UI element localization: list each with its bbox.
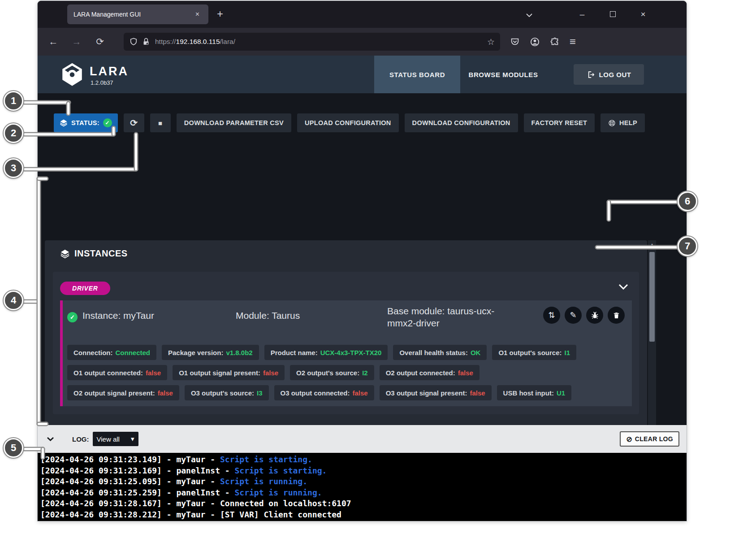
bookmark-star-icon[interactable]: ☆ bbox=[487, 37, 495, 47]
driver-actions: ⇅ ✎ bbox=[543, 307, 625, 324]
callout-line-4 bbox=[22, 300, 39, 303]
instance-name-label: Instance: myTaur bbox=[82, 310, 154, 321]
callout-line-7 bbox=[596, 246, 679, 248]
callout-6: 6 bbox=[678, 191, 697, 211]
url-bar[interactable]: https://192.168.0.115/lara/ ☆ bbox=[124, 33, 500, 51]
stop-button[interactable]: ■ bbox=[150, 113, 171, 132]
toolbar-right-icons: ≡ bbox=[510, 35, 576, 48]
callout-line-3 bbox=[135, 133, 137, 170]
ban-icon: ⊘ bbox=[626, 435, 632, 443]
tune-parameters-button[interactable]: ⇅ bbox=[543, 307, 560, 324]
driver-badge: DRIVER bbox=[60, 282, 110, 295]
download-configuration-button[interactable]: DOWNLOAD CONFIGURATION bbox=[405, 113, 518, 132]
back-button[interactable]: ← bbox=[46, 36, 61, 47]
instances-title: INSTANCES bbox=[60, 248, 128, 259]
callout-line-5 bbox=[42, 448, 44, 459]
refresh-icon: ⟳ bbox=[130, 117, 138, 128]
log-line: [2024-04-26 09:31:25.095] - myTaur - Scr… bbox=[40, 476, 687, 487]
bug-icon bbox=[591, 311, 599, 320]
browser-window: LARA Management GUI × + – × ← → ⟳ bbox=[38, 1, 687, 521]
parameter-chip: O1 output signal present:false bbox=[173, 365, 285, 380]
callout-line-2 bbox=[23, 133, 115, 135]
callout-line-6 bbox=[608, 201, 610, 221]
log-collapse-chevron-icon[interactable] bbox=[47, 435, 54, 443]
pencil-icon: ✎ bbox=[570, 310, 576, 320]
parameter-row: O1 output connected:false O1 output sign… bbox=[67, 365, 480, 380]
log-filter-select[interactable]: View all ▾ bbox=[93, 432, 138, 446]
parameter-chip: O2 output signal present:false bbox=[67, 385, 179, 400]
log-toolbar: LOG: View all ▾ ⊘ CLEAR LOG bbox=[38, 425, 687, 453]
reload-button[interactable]: ⟳ bbox=[92, 36, 108, 47]
app-header: LARA 1.2.0b37 STATUS BOARD BROWSE MODULE… bbox=[38, 56, 687, 93]
lock-warning-icon[interactable] bbox=[142, 37, 151, 46]
tab-list-chevron-icon[interactable] bbox=[523, 9, 536, 20]
extensions-puzzle-icon[interactable] bbox=[550, 37, 560, 47]
tab-browse-modules[interactable]: BROWSE MODULES bbox=[460, 56, 546, 93]
status-ok-icon: ✓ bbox=[103, 118, 112, 127]
window-minimize-button[interactable]: – bbox=[575, 9, 589, 20]
refresh-button[interactable]: ⟳ bbox=[124, 113, 144, 132]
tab-title: LARA Management GUI bbox=[73, 11, 193, 18]
parameter-chip: O3 output signal present:false bbox=[380, 385, 492, 400]
delete-button[interactable] bbox=[608, 307, 625, 324]
callout-line-1 bbox=[23, 101, 70, 104]
status-button[interactable]: STATUS: ✓ bbox=[54, 113, 118, 132]
pocket-icon[interactable] bbox=[510, 37, 520, 47]
download-parameter-csv-button[interactable]: DOWNLOAD PARAMETER CSV bbox=[177, 113, 291, 132]
log-output[interactable]: [2024-04-26 09:31:23.149] - myTaur - Scr… bbox=[38, 453, 687, 521]
window-maximize-button[interactable] bbox=[606, 9, 619, 19]
forward-button[interactable]: → bbox=[69, 36, 84, 47]
maximize-icon bbox=[610, 11, 616, 17]
callout-1: 1 bbox=[4, 91, 23, 111]
sliders-icon: ⇅ bbox=[548, 310, 555, 320]
callout-line-6 bbox=[608, 201, 679, 203]
trash-icon bbox=[613, 312, 620, 319]
account-icon[interactable] bbox=[530, 37, 540, 47]
browser-titlebar: LARA Management GUI × + – × bbox=[38, 1, 687, 28]
lara-logo bbox=[59, 61, 85, 89]
debug-button[interactable] bbox=[586, 307, 603, 324]
clear-log-button[interactable]: ⊘ CLEAR LOG bbox=[620, 431, 679, 447]
parameter-chip: O3 output connected:false bbox=[274, 385, 374, 400]
parameter-chip: O2 output connected:false bbox=[380, 365, 480, 380]
help-lifebuoy-icon bbox=[608, 119, 616, 127]
menu-hamburger-icon[interactable]: ≡ bbox=[570, 35, 576, 48]
callout-line-4 bbox=[38, 423, 48, 425]
browser-toolbar: ← → ⟳ https://192.168.0.115/lara/ ☆ ≡ bbox=[38, 28, 687, 56]
logout-button[interactable]: LOG OUT bbox=[574, 64, 644, 85]
edit-button[interactable]: ✎ bbox=[565, 307, 582, 324]
callout-5: 5 bbox=[4, 438, 23, 458]
parameter-chip: Overall health status:OK bbox=[393, 345, 487, 360]
upload-configuration-button[interactable]: UPLOAD CONFIGURATION bbox=[297, 113, 399, 132]
log-line: [2024-04-26 09:31:28.212] - myTaur - [ST… bbox=[40, 509, 687, 521]
parameter-chip: O1 output's source:I1 bbox=[492, 345, 576, 360]
callout-3: 3 bbox=[4, 158, 23, 178]
log-line: [2024-04-26 09:31:23.149] - myTaur - Scr… bbox=[40, 454, 687, 465]
base-module-label: Base module: taurus-ucx-mmx2-driver bbox=[387, 305, 518, 329]
new-tab-button[interactable]: + bbox=[217, 8, 223, 20]
log-label: LOG: bbox=[72, 435, 89, 443]
callout-line-3 bbox=[23, 168, 137, 170]
instance-ok-icon: ✓ bbox=[67, 312, 78, 322]
layers-icon bbox=[60, 119, 68, 127]
stop-icon: ■ bbox=[158, 119, 162, 127]
callout-line-1 bbox=[67, 102, 69, 115]
factory-reset-button[interactable]: FACTORY RESET bbox=[524, 113, 595, 132]
browser-tab[interactable]: LARA Management GUI × bbox=[67, 4, 208, 24]
parameter-chip: O2 output's source:I2 bbox=[290, 365, 374, 380]
layers-icon bbox=[60, 249, 70, 259]
tab-status-board[interactable]: STATUS BOARD bbox=[374, 56, 460, 93]
parameter-chip: Package version:v1.8.0b2 bbox=[162, 345, 259, 360]
action-toolbar: STATUS: ✓ ⟳ ■ DOWNLOAD PARAMETER CSV UPL… bbox=[54, 113, 645, 132]
tab-close-icon[interactable]: × bbox=[193, 9, 202, 19]
driver-instance-card: DRIVER ✓ Instance: myTaur Module: Taurus… bbox=[53, 272, 639, 414]
callout-7: 7 bbox=[678, 236, 697, 256]
shield-icon[interactable] bbox=[129, 37, 138, 46]
callout-4: 4 bbox=[4, 291, 23, 310]
callout-line-4 bbox=[38, 178, 40, 425]
scrollbar-thumb[interactable] bbox=[649, 252, 655, 342]
log-line: [2024-04-26 09:31:25.259] - panelInst - … bbox=[40, 487, 687, 499]
help-button[interactable]: HELP bbox=[600, 113, 645, 132]
window-close-button[interactable]: × bbox=[636, 9, 650, 20]
collapse-chevron-icon[interactable] bbox=[618, 283, 628, 291]
